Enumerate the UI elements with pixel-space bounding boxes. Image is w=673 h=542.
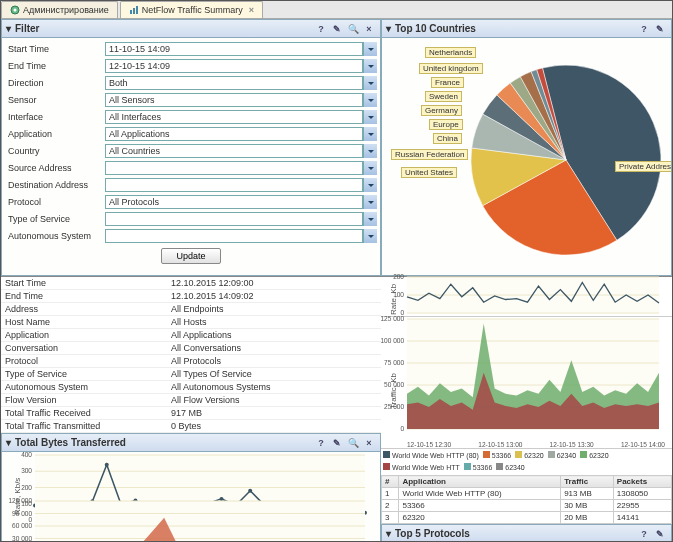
dropdown-arrow-icon[interactable] (363, 110, 377, 124)
filter-value: 11-10-15 14:09 (109, 44, 170, 54)
pie-slice-label: China (433, 133, 462, 144)
svg-text:400: 400 (21, 452, 32, 458)
help-icon[interactable]: ? (314, 436, 328, 450)
chevron-down-icon[interactable]: ▾ (386, 23, 391, 34)
filter-row-application: Application All Applications (5, 126, 377, 142)
filter-input-direction[interactable]: Both (105, 76, 363, 90)
summary-value: All Applications (171, 330, 381, 340)
pie-slice-label: Russian Federation (391, 149, 468, 160)
legend-item: World Wide Web HTT (383, 463, 460, 471)
table-row[interactable]: 1World Wide Web HTTP (80)913 MB1308050 (382, 488, 672, 500)
filter-input-protocol[interactable]: All Protocols (105, 195, 363, 209)
edit-icon[interactable]: ✎ (330, 436, 344, 450)
svg-text:300: 300 (21, 467, 32, 474)
dropdown-arrow-icon[interactable] (363, 229, 377, 243)
table-header: Application (399, 476, 561, 488)
mini-rate-chart: Rate, Kb 0100200 (381, 277, 672, 317)
filter-input-dst_addr[interactable] (105, 178, 363, 192)
filter-input-tos[interactable] (105, 212, 363, 226)
filter-input-end_time[interactable]: 12-10-15 14:09 (105, 59, 363, 73)
dropdown-arrow-icon[interactable] (363, 59, 377, 73)
svg-point-1 (14, 9, 17, 12)
summary-value: 0 Bytes (171, 421, 381, 431)
filter-input-interface[interactable]: All Interfaces (105, 110, 363, 124)
filter-value: All Interfaces (109, 112, 161, 122)
table-row[interactable]: 36232020 MB14141 (382, 512, 672, 524)
filter-label: Protocol (5, 197, 105, 207)
close-icon[interactable]: × (249, 5, 254, 15)
cell: 1308050 (613, 488, 671, 500)
top-protocols-panel: ▾ Top 5 Protocols ? ✎ (381, 524, 672, 542)
gear-icon (10, 5, 20, 15)
x-tick-label: 12-10-15 13:00 (478, 441, 522, 448)
summary-row: Total Traffic Transmitted0 Bytes (1, 420, 381, 433)
filter-input-start_time[interactable]: 11-10-15 14:09 (105, 42, 363, 56)
filter-input-src_addr[interactable] (105, 161, 363, 175)
summary-value: 12.10.2015 14:09:02 (171, 291, 381, 301)
chevron-down-icon[interactable]: ▾ (6, 23, 11, 34)
pie-slice-label: France (431, 77, 464, 88)
chevron-down-icon[interactable]: ▾ (386, 528, 391, 539)
tab-netflow[interactable]: NetFlow Traffic Summary × (120, 1, 263, 18)
dropdown-arrow-icon[interactable] (363, 212, 377, 226)
edit-icon[interactable]: ✎ (330, 22, 344, 36)
pie-slice-label: United States (401, 167, 457, 178)
update-button[interactable]: Update (161, 248, 220, 264)
close-icon[interactable]: × (362, 436, 376, 450)
dropdown-arrow-icon[interactable] (363, 42, 377, 56)
edit-icon[interactable]: ✎ (653, 22, 667, 36)
tab-netflow-label: NetFlow Traffic Summary (142, 5, 243, 15)
help-icon[interactable]: ? (314, 22, 328, 36)
dropdown-arrow-icon[interactable] (363, 93, 377, 107)
svg-text:125 000: 125 000 (381, 315, 405, 322)
summary-value: All Conversations (171, 343, 381, 353)
filter-title: Filter (15, 23, 312, 34)
legend-item: 62340 (548, 451, 576, 459)
summary-row: Start Time12.10.2015 12:09:00 (1, 277, 381, 290)
svg-text:0: 0 (400, 425, 404, 432)
summary-key: Protocol (1, 356, 171, 366)
table-row[interactable]: 25336630 MB22955 (382, 500, 672, 512)
table-header: Traffic (561, 476, 614, 488)
filter-row-country: Country All Countries (5, 143, 377, 159)
dropdown-arrow-icon[interactable] (363, 178, 377, 192)
tab-bar: Администрирование NetFlow Traffic Summar… (1, 1, 672, 19)
filter-input-sensor[interactable]: All Sensors (105, 93, 363, 107)
dropdown-arrow-icon[interactable] (363, 76, 377, 90)
svg-text:30 000: 30 000 (12, 534, 32, 541)
filter-label: Autonomous System (5, 231, 105, 241)
summary-key: Start Time (1, 278, 171, 288)
dropdown-arrow-icon[interactable] (363, 195, 377, 209)
svg-rect-2 (130, 10, 132, 14)
help-icon[interactable]: ? (637, 527, 651, 541)
dropdown-arrow-icon[interactable] (363, 144, 377, 158)
search-icon[interactable]: 🔍 (346, 22, 360, 36)
filter-label: End Time (5, 61, 105, 71)
countries-title: Top 10 Countries (395, 23, 635, 34)
chevron-down-icon[interactable]: ▾ (6, 437, 11, 448)
summary-row: End Time12.10.2015 14:09:02 (1, 290, 381, 303)
search-icon[interactable]: 🔍 (346, 436, 360, 450)
summary-key: Application (1, 330, 171, 340)
edit-icon[interactable]: ✎ (653, 527, 667, 541)
cell: 22955 (613, 500, 671, 512)
svg-text:200: 200 (21, 484, 32, 491)
close-icon[interactable]: × (362, 22, 376, 36)
svg-text:200: 200 (393, 273, 404, 280)
filter-input-country[interactable]: All Countries (105, 144, 363, 158)
summary-key: Conversation (1, 343, 171, 353)
bytes-panel-header: ▾ Total Bytes Transferred ? ✎ 🔍 × (2, 434, 380, 452)
filter-value: All Countries (109, 146, 160, 156)
dropdown-arrow-icon[interactable] (363, 127, 377, 141)
svg-text:50 000: 50 000 (384, 381, 404, 388)
dropdown-arrow-icon[interactable] (363, 161, 377, 175)
tab-admin[interactable]: Администрирование (1, 1, 118, 18)
filter-panel-header: ▾ Filter ? ✎ 🔍 × (2, 20, 380, 38)
filter-input-application[interactable]: All Applications (105, 127, 363, 141)
svg-text:90 000: 90 000 (12, 509, 32, 516)
help-icon[interactable]: ? (637, 22, 651, 36)
svg-rect-3 (133, 8, 135, 14)
filter-input-as[interactable] (105, 229, 363, 243)
summary-key: End Time (1, 291, 171, 301)
protocols-panel-header: ▾ Top 5 Protocols ? ✎ (382, 525, 671, 542)
